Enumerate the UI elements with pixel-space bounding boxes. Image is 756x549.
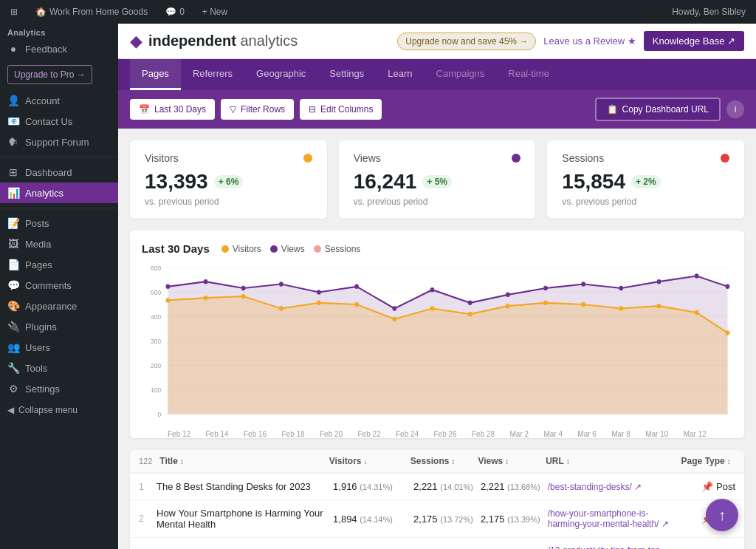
sidebar-item-settings[interactable]: ⚙ Settings — [0, 378, 118, 399]
sidebar-item-appearance[interactable]: 🎨 Appearance — [0, 296, 118, 316]
collapse-label: Collapse menu — [18, 405, 78, 415]
date-range-button[interactable]: 📅 Last 30 Days — [130, 99, 215, 120]
collapse-menu-button[interactable]: ◀ Collapse menu — [0, 399, 118, 421]
views-label: Views — [354, 152, 381, 164]
row-2-url[interactable]: /how-your-smartphone-is-harming-your-men… — [548, 508, 682, 529]
sidebar-item-feedback[interactable]: ● Feedback — [0, 38, 118, 59]
tab-settings[interactable]: Settings — [317, 59, 376, 90]
admin-bar-new[interactable]: + New — [198, 0, 232, 24]
th-title-label: Title — [159, 456, 177, 466]
tab-real-time[interactable]: Real-time — [496, 59, 561, 90]
sidebar-divider-1 — [0, 157, 118, 157]
sidebar: Analytics ● Feedback Upgrade to Pro → 👤 … — [0, 24, 118, 549]
sidebar-analytics-label: Analytics — [25, 188, 63, 199]
scroll-to-top-button[interactable]: ↑ — [706, 499, 738, 531]
row-1-views: 2,221 (13.68%) — [481, 481, 548, 492]
upgrade-to-pro-button[interactable]: Upgrade to Pro → — [7, 65, 92, 84]
tab-geographic[interactable]: Geographic — [244, 59, 317, 90]
tab-learn-label: Learn — [388, 68, 412, 79]
th-visitors[interactable]: Visitors ↓ — [329, 456, 410, 466]
svg-text:100: 100 — [151, 386, 161, 394]
visitors-label: Visitors — [145, 152, 179, 164]
x-label-feb20: Feb 20 — [320, 430, 343, 438]
admin-bar-site-name[interactable]: 🏠 Work From Home Goods — [31, 0, 152, 24]
leave-review-button[interactable]: Leave us a Review ★ — [543, 35, 636, 47]
stat-card-visitors-header: Visitors — [145, 152, 312, 164]
svg-point-45 — [726, 284, 730, 290]
filter-rows-button[interactable]: ▽ Filter Rows — [221, 99, 294, 120]
sidebar-item-pages[interactable]: 📄 Pages — [0, 254, 118, 275]
th-views-label: Views — [478, 456, 503, 466]
sidebar-pages-label: Pages — [25, 259, 52, 270]
row-1-visitors: 1,916 (14.31%) — [333, 481, 413, 492]
media-icon: 🖼 — [7, 238, 19, 250]
sidebar-item-plugins[interactable]: 🔌 Plugins — [0, 316, 118, 337]
row-1-url[interactable]: /best-standing-desks/ ↗ — [548, 482, 682, 492]
svg-point-30 — [166, 284, 171, 290]
copy-url-button[interactable]: 📋 Copy Dashboard URL — [595, 98, 721, 121]
row-1-sessions-val: 2,221 — [413, 481, 438, 492]
svg-point-19 — [354, 302, 359, 307]
legend-visitors-dot — [221, 245, 229, 253]
x-axis-labels: Feb 12 Feb 14 Feb 16 Feb 18 Feb 20 Feb 2… — [142, 429, 732, 438]
th-page-type[interactable]: Page Type ↕ — [681, 456, 735, 466]
sidebar-item-posts[interactable]: 📝 Posts — [0, 213, 118, 233]
row-2-visitors-val: 1,894 — [333, 514, 357, 525]
sidebar-item-support-forum[interactable]: 🗣 Support Forum — [0, 132, 118, 152]
sidebar-item-contact-us[interactable]: 📧 Contact Us — [0, 111, 118, 132]
sidebar-item-users[interactable]: 👥 Users — [0, 337, 118, 358]
sidebar-divider-2 — [0, 208, 118, 208]
toolbar: 📅 Last 30 Days ▽ Filter Rows ⊟ Edit Colu… — [118, 90, 756, 129]
row-3-url[interactable]: /13-productivity-tips-from-top-experts/ … — [548, 545, 682, 549]
svg-point-16 — [241, 294, 246, 299]
sidebar-account-label: Account — [25, 95, 60, 106]
admin-bar-comments[interactable]: 💬 0 — [161, 0, 189, 24]
th-views[interactable]: Views ↕ — [478, 456, 546, 466]
row-2-sessions: 2,175 (13.72%) — [413, 514, 481, 525]
sidebar-item-media[interactable]: 🖼 Media — [0, 233, 118, 254]
sessions-prev: vs. previous period — [562, 197, 729, 207]
svg-point-22 — [468, 312, 472, 317]
sidebar-item-account[interactable]: 👤 Account — [0, 90, 118, 111]
row-2-num: 2 — [139, 514, 157, 524]
th-sessions[interactable]: Sessions ↕ — [410, 456, 478, 466]
contact-icon: 📧 — [7, 115, 19, 127]
tab-campaigns[interactable]: Campaigns — [425, 59, 497, 90]
views-change: + 5% — [422, 175, 452, 188]
sidebar-item-comments[interactable]: 💬 Comments — [0, 275, 118, 296]
analytics-icon: 📊 — [7, 187, 19, 199]
svg-point-34 — [317, 290, 321, 295]
svg-point-36 — [393, 306, 397, 311]
tab-pages[interactable]: Pages — [130, 59, 181, 90]
row-1-views-pct: (13.68%) — [507, 482, 540, 491]
sidebar-item-tools[interactable]: 🔧 Tools — [0, 358, 118, 378]
sidebar-plugins-label: Plugins — [25, 321, 57, 333]
sidebar-item-dashboard[interactable]: ⊞ Dashboard — [0, 162, 118, 183]
info-icon[interactable]: i — [726, 100, 744, 118]
th-url[interactable]: URL ↕ — [546, 456, 681, 466]
views-prev: vs. previous period — [354, 197, 521, 207]
admin-bar-wp-icon[interactable]: ⊞ — [6, 0, 22, 24]
sidebar-item-analytics[interactable]: 📊 Analytics — [0, 183, 118, 203]
stat-card-views: Views 16,241 + 5% vs. previous period — [339, 140, 536, 219]
sessions-change: + 2% — [631, 175, 661, 188]
tab-learn[interactable]: Learn — [376, 59, 424, 90]
table-row: 3 13 Productivity Tips from Top Experts … — [130, 538, 744, 549]
th-title[interactable]: Title ↕ — [159, 456, 329, 466]
tab-referrers[interactable]: Referrers — [181, 59, 244, 90]
row-1-num: 1 — [139, 482, 157, 492]
svg-point-35 — [354, 284, 359, 290]
edit-columns-button[interactable]: ⊟ Edit Columns — [300, 99, 382, 120]
sidebar-media-label: Media — [25, 239, 51, 250]
legend-views: Views — [270, 244, 305, 254]
svg-point-17 — [279, 306, 284, 311]
row-2-sessions-val: 2,175 — [413, 514, 438, 525]
x-label-feb12: Feb 12 — [168, 430, 190, 438]
upgrade-badge[interactable]: Upgrade now and save 45% → — [397, 33, 536, 50]
svg-point-33 — [279, 282, 284, 287]
user-greeting[interactable]: Howdy, Ben Sibley — [667, 0, 750, 24]
knowledge-base-button[interactable]: Knowledge Base ↗ — [644, 31, 744, 51]
svg-point-25 — [581, 302, 585, 307]
settings-icon: ⚙ — [7, 383, 19, 395]
row-1-type-label: Post — [716, 481, 735, 492]
